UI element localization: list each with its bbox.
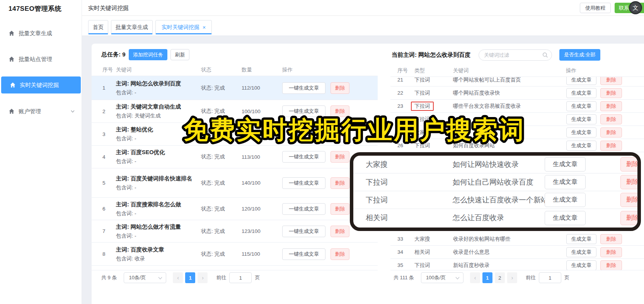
delete-button[interactable]: 删除 [600,114,622,124]
generate-article-button[interactable]: 生成文章 [566,77,596,85]
generate-article-button[interactable]: 一键生成文章 [282,82,325,94]
generate-article-button[interactable]: 生成文章 [566,101,596,111]
table-row[interactable]: 25 大家搜 生成文章 删除 [390,126,644,139]
generate-article-button[interactable]: 生成文章 [545,211,586,225]
delete-button[interactable]: 删除 [600,101,622,111]
keyword-filter-input[interactable] [479,49,552,61]
table-row[interactable]: 3 主词: 整站优化 包含词: - 状态: 完成 一键生成文章 删除 [92,123,378,146]
task-count: 123/100 [242,228,282,234]
delete-button[interactable]: 删除 [620,157,641,172]
delete-button[interactable]: 删除 [600,127,622,138]
delete-button[interactable]: 删除 [600,77,622,85]
sidebar-item-keyword-mining[interactable]: 实时关键词挖掘 [1,76,81,93]
delete-button[interactable]: 删除 [331,203,349,215]
home-icon [9,108,15,114]
generate-article-button[interactable]: 生成文章 [566,127,596,138]
generate-article-button[interactable]: 生成文章 [545,193,586,207]
page-number-1[interactable]: 1 [482,272,492,283]
generate-article-button[interactable]: 一键生成文章 [282,248,325,260]
table-row[interactable]: 7 主词: 网站怎么做才有流量 包含词: - 状态: 完成 123/100 一键… [92,220,378,243]
table-row[interactable]: 5 主词: 百度关键词排名快速排名 包含词: - 状态: 完成 140/100 … [92,168,378,198]
page-number-1[interactable]: 1 [185,272,195,283]
delete-button[interactable]: 删除 [331,82,349,94]
delete-button[interactable]: 删除 [620,175,641,189]
delete-button[interactable]: 删除 [600,88,622,98]
task-no: 5 [102,180,116,186]
inset-row[interactable]: 相关词 怎么让百度收录 生成文章 删除 [353,209,637,227]
delete-button[interactable]: 删除 [620,193,641,207]
keywords-pagination: 共 111 条 100条/页 ‹ 1 2 › 前往 页 [394,272,569,283]
next-page-button[interactable]: › [198,272,208,283]
table-row[interactable]: 8 主词: 百度收录文章 包含词: 收录 状态: 完成 115/100 一键生成… [92,243,378,266]
goto-page-input[interactable] [229,272,252,283]
delete-button[interactable]: 删除 [600,234,622,244]
delete-button[interactable]: 删除 [620,211,641,225]
add-task-button[interactable]: 添加挖词任务 [129,49,167,60]
tutorial-button[interactable]: 使用教程 [580,3,611,13]
close-icon[interactable]: × [203,24,206,31]
inset-row[interactable]: 大家搜 如何让网站快速收录 生成文章 删除 [353,156,637,173]
task-no: 8 [102,251,116,257]
page-size-select[interactable]: 100条/页 [421,272,463,283]
generate-article-button[interactable]: 生成文章 [566,234,596,244]
task-status: 状态: 完成 [201,131,242,138]
table-row[interactable]: 2 主词: 关键词文章自动生成 包含词: 关键词生成 状态: 完成 100/10… [92,100,378,123]
page-number-2[interactable]: 2 [495,272,505,283]
table-row[interactable]: 1 主词: 网站怎么收录到百度 包含词: - 状态: 完成 112/100 一键… [92,76,378,100]
generate-article-button[interactable]: 一键生成文章 [282,128,325,140]
sidebar-item-batch-sites[interactable]: 批量站点管理 [0,51,82,68]
goto-label: 前往 [526,274,536,281]
generate-article-button[interactable]: 生成文章 [545,175,586,189]
prev-page-button[interactable]: ‹ [173,272,183,283]
table-row[interactable]: 24 下拉词 生成文章 删除 [390,113,644,126]
refresh-button[interactable]: 刷新 [170,49,189,60]
delete-button[interactable]: 删除 [600,260,622,270]
task-status: 状态: 完成 [201,228,242,235]
generate-article-button[interactable]: 生成文章 [566,141,596,151]
table-row[interactable]: 35 下拉词 新站百度秒收录 生成文章 删除 [390,259,644,270]
page-size-select[interactable]: 10条/页 [124,272,166,283]
table-row[interactable]: 22 下拉词 哪个网站百度收录快 生成文章 删除 [390,87,644,100]
delete-button[interactable]: 删除 [600,247,622,257]
generate-article-button[interactable]: 一键生成文章 [282,105,325,117]
tab-batch-articles[interactable]: 批量文章生成 [111,20,153,34]
next-page-button[interactable]: › [507,272,517,283]
delete-button[interactable]: 删除 [331,177,349,189]
delete-button[interactable]: 删除 [331,151,349,163]
table-row[interactable]: 26 下拉词 如何百度收录网站 生成文章 删除 [390,139,644,152]
table-row[interactable]: 21 下拉词 哪个网站发帖可以上百度首页 生成文章 删除 [390,77,644,87]
table-row[interactable]: 4 主词: 百度SEO优化 包含词: - 状态: 完成 113/100 一键生成… [92,146,378,168]
keyword-type: 相关词 [366,213,453,223]
table-row[interactable]: 23 下拉词 哪些平台发文容易被百度收录 生成文章 删除 [390,100,644,113]
delete-button[interactable]: 删除 [331,105,349,117]
column-header: 序号 [102,66,113,73]
keyword-no: 22 [397,90,414,96]
delete-button[interactable]: 删除 [331,248,349,260]
delete-button[interactable]: 删除 [331,226,349,237]
prev-page-button[interactable]: ‹ [470,272,480,283]
table-row[interactable]: 6 主词: 百度搜索排名怎么做 包含词: - 状态: 完成 120/100 一键… [92,198,378,220]
sidebar-item-account[interactable]: 账户管理 [0,103,82,120]
generate-article-button[interactable]: 生成文章 [545,157,586,172]
delete-button[interactable]: 删除 [331,128,349,140]
task-title: 主词: 百度SEO优化 [116,149,196,156]
contact-badge-icon[interactable]: 文 [629,1,642,14]
inset-row[interactable]: 下拉词 如何让自己网站收录百度 生成文章 删除 [353,173,637,191]
tab-home[interactable]: 首页 [88,20,108,34]
sidebar-item-batch-articles[interactable]: 批量文章生成 [0,25,82,42]
goto-page-input[interactable] [539,272,561,283]
table-row[interactable]: 34 相关词 收录是什么意思 生成文章 删除 [390,246,644,259]
generate-article-button[interactable]: 一键生成文章 [282,177,325,189]
generate-article-button[interactable]: 一键生成文章 [282,151,325,163]
table-row[interactable]: 33 大家搜 收录好的发帖网站有哪些 生成文章 删除 [390,233,644,246]
generate-article-button[interactable]: 一键生成文章 [282,203,325,215]
generate-article-button[interactable]: 一键生成文章 [282,226,325,237]
delete-button[interactable]: 删除 [600,141,622,151]
generate-article-button[interactable]: 生成文章 [566,260,596,270]
tab-keyword-mining[interactable]: 实时关键词挖掘 × [155,20,212,34]
generate-article-button[interactable]: 生成文章 [566,114,596,124]
inset-row[interactable]: 下拉词 怎么快速让百度收录一个新站 生成文章 删除 [353,191,637,209]
generate-article-button[interactable]: 生成文章 [566,88,596,98]
generate-article-button[interactable]: 生成文章 [566,247,596,257]
generate-all-button[interactable]: 是否生成:全部 [559,49,600,61]
